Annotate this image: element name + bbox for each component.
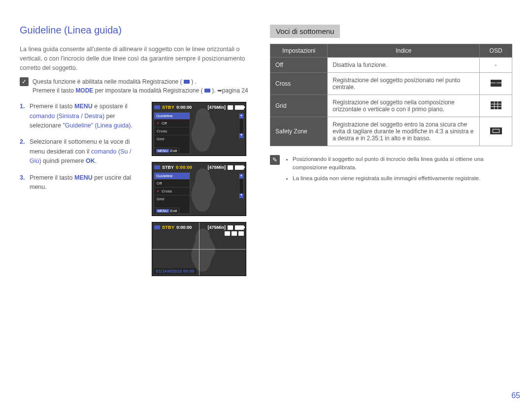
row-off-desc: Disattiva la funzione.	[328, 58, 480, 73]
sd-card-icon	[228, 105, 233, 110]
precheck-line3d: ). ➥pagina 24	[212, 87, 248, 94]
row-grid-name: Grid	[270, 95, 328, 117]
menu-grid: Grid	[157, 197, 164, 201]
precheck-block: ✓ Questa funzione è abilitata nelle moda…	[20, 77, 256, 95]
menu-title: Guideline	[156, 174, 173, 178]
row-safe-desc: Registrazione del soggetto entro la zona…	[328, 117, 480, 146]
icon-row	[225, 231, 244, 236]
menu-btn-label: MENU	[156, 209, 169, 213]
note-line-2: La linea guida non viene registrata sull…	[293, 174, 512, 183]
row-cross-osd	[480, 73, 512, 95]
menu-off: Off	[162, 121, 167, 125]
camera-icon	[154, 105, 160, 109]
scroll-track: ▲ ▼	[239, 173, 244, 200]
aux-icon	[238, 231, 244, 236]
cross-osd-icon	[491, 80, 501, 87]
step1-b: e spostare il	[93, 103, 128, 110]
mode-keyword: MODE	[75, 87, 93, 94]
camera-icon	[154, 165, 160, 169]
row-safe-osd	[480, 117, 512, 146]
check-icon: ✓	[20, 77, 29, 86]
step3-menu: MENU	[74, 174, 93, 181]
row-cross-desc: Registrazione del soggetto posizionato n…	[328, 73, 480, 95]
check-mark-icon: ✔	[157, 189, 160, 193]
submenu-heading: Voci di sottomenu	[270, 25, 340, 38]
scroll-track: ▲ ▼	[239, 113, 244, 140]
row-grid-desc: Registrazione del soggetto nella composi…	[328, 95, 480, 117]
step1-a: Premere il tasto	[30, 103, 74, 110]
row-off-osd: -	[480, 58, 512, 73]
precheck-line3c: per impostare la modalità Registrazione …	[95, 87, 204, 94]
page-number: 65	[511, 391, 520, 400]
note-box: ✎ Posizionando il soggetto sul punto di …	[270, 155, 512, 185]
sd-card-icon	[228, 165, 233, 170]
stby-label: STBY	[162, 225, 174, 230]
lcd-screen-3: STBY 0:00:00 [475Min]	[152, 222, 246, 276]
step1-q: "Guideline" (Linea guida)	[63, 122, 131, 129]
menu-off: Off	[157, 181, 162, 186]
row-off-name: Off	[270, 58, 328, 73]
th-settings: Impostazioni	[270, 44, 328, 58]
step1-cmd: comando (Sinistra / Destra)	[30, 113, 104, 120]
menu-cross: Cross	[157, 129, 167, 133]
menu-exit: MENU Exit	[154, 148, 179, 154]
step2-ok: OK	[86, 157, 95, 164]
grid-osd-icon	[491, 101, 501, 109]
remaining-minutes: [475Min]	[207, 225, 226, 230]
sd-card-icon	[228, 225, 233, 230]
row-grid-osd	[480, 95, 512, 117]
menu-btn-label: MENU	[156, 149, 169, 153]
menu-cross: Cross	[162, 189, 172, 193]
submenu-table: Impostazioni Indice OSD Off Disattiva la…	[270, 44, 512, 146]
battery-icon	[235, 165, 244, 170]
aux-icon	[225, 231, 230, 236]
camera-icon	[204, 89, 210, 93]
safezone-osd-icon	[490, 127, 502, 134]
step3-a: Premere il tasto	[30, 174, 74, 181]
row-safe-name: Safety Zone	[270, 117, 328, 146]
th-index: Indice	[328, 44, 480, 58]
precheck-line2: ) .	[191, 78, 197, 85]
scroll-down-icon: ▼	[239, 193, 243, 198]
menu-grid: Grid	[157, 137, 164, 141]
time-label: 0:00:00	[176, 165, 192, 170]
time-label: 0:00:00	[176, 225, 192, 230]
lcd-screen-2: STBY 0:00:00 [475Min] Guideline Off ✔Cro…	[152, 162, 246, 216]
menu-title: Guideline	[156, 114, 173, 118]
row-cross-name: Cross	[270, 73, 328, 95]
battery-icon	[235, 105, 244, 110]
note-icon: ✎	[270, 155, 280, 165]
battery-icon	[235, 225, 244, 230]
time-label: 0:00:00	[176, 105, 192, 110]
step2-b: quindi premere	[41, 157, 86, 164]
aux-icon	[232, 231, 237, 236]
camera-icon	[184, 80, 190, 84]
scroll-up-icon: ▲	[239, 174, 243, 179]
step1-d: .	[131, 122, 133, 129]
steps-list: 1. Premere il tasto MENU e spostare il c…	[20, 102, 143, 276]
step1-menu: MENU	[74, 103, 93, 110]
check-mark-icon: ✔	[157, 122, 160, 125]
scroll-down-icon: ▼	[239, 133, 243, 138]
remaining-minutes: [475Min]	[207, 165, 226, 170]
exit-label: Exit	[170, 209, 177, 213]
precheck-line3a: Premere il tasto	[33, 87, 75, 94]
section-heading: Guideline (Linea guida)	[20, 25, 256, 36]
datetime-label: 01/JAN/2010 00:00	[154, 268, 197, 274]
exit-label: Exit	[170, 149, 177, 153]
stby-label: STBY	[162, 105, 174, 110]
silhouette-bg	[179, 225, 226, 273]
note-line-1: Posizionando il soggetto sul punto di in…	[293, 155, 512, 172]
step2-c: .	[95, 157, 97, 164]
precheck-line1: Questa funzione è abilitata nelle modali…	[33, 78, 182, 85]
scroll-up-icon: ▲	[239, 114, 243, 119]
camera-icon	[154, 225, 160, 229]
intro-text: La linea guida consente all'utente di al…	[20, 45, 256, 72]
remaining-minutes: [475Min]	[207, 105, 226, 110]
th-osd: OSD	[480, 44, 512, 58]
lcd-screen-1: STBY 0:00:00 [475Min] Guideline ✔Off Cro…	[152, 102, 246, 156]
menu-exit: MENU Exit	[154, 208, 179, 214]
stby-label: STBY	[162, 165, 174, 170]
